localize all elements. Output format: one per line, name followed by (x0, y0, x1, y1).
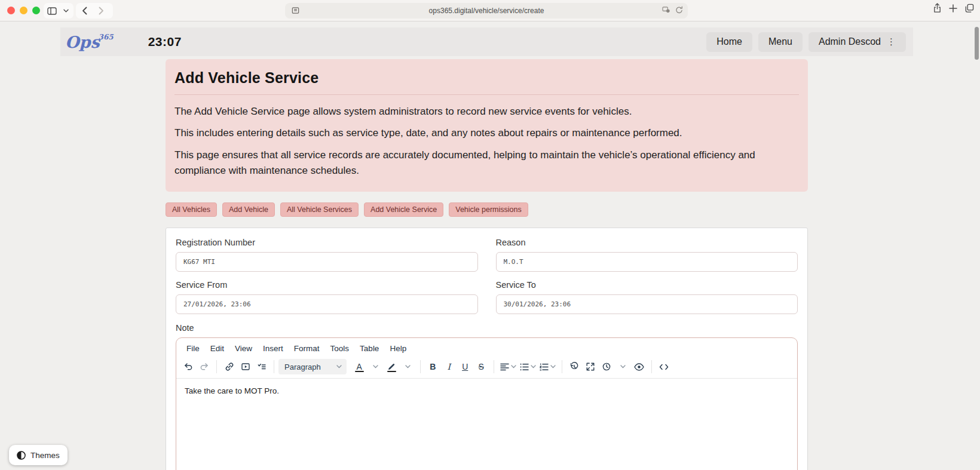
browser-toolbar: ops365.digital/vehicle/service/create (0, 0, 980, 21)
history-nav-group (76, 3, 113, 19)
chevron-down-icon[interactable] (368, 359, 384, 374)
note-text[interactable]: Take the care to MOT Pro. (185, 386, 789, 395)
source-code-icon[interactable] (656, 359, 672, 374)
site-header: Ops365 23:07 Home Menu Admin Descod ⋮ (60, 27, 913, 56)
redo-icon[interactable] (196, 359, 212, 374)
chevron-down-icon[interactable] (400, 359, 416, 374)
menu-help[interactable]: Help (384, 342, 412, 355)
service-form-card: Registration Number Reason Service From … (166, 228, 808, 470)
themes-button[interactable]: Themes (9, 445, 68, 465)
media-icon[interactable] (237, 359, 253, 374)
service-to-input[interactable] (496, 294, 798, 314)
sidebar-group (44, 3, 74, 19)
home-button[interactable]: Home (706, 32, 752, 52)
menu-edit[interactable]: Edit (205, 342, 229, 355)
reload-icon[interactable] (675, 6, 683, 14)
service-to-label: Service To (496, 280, 798, 290)
zoom-window-button[interactable] (32, 7, 40, 14)
note-editor-content[interactable]: Take the care to MOT Pro. (176, 379, 797, 403)
window-controls (7, 7, 40, 14)
underline-icon[interactable]: U (457, 359, 473, 374)
reason-input[interactable] (496, 252, 798, 272)
italic-icon[interactable]: I (441, 359, 457, 374)
note-label: Note (176, 323, 798, 333)
menu-tools[interactable]: Tools (325, 342, 355, 355)
header-clock: 23:07 (148, 35, 182, 49)
intro-divider (174, 94, 799, 95)
registration-number-field: Registration Number (176, 238, 478, 272)
sidebar-toggle-icon[interactable] (44, 3, 60, 19)
tab-add-vehicle-service[interactable]: Add Vehicle Service (364, 202, 443, 217)
share-icon[interactable] (933, 3, 942, 13)
link-icon[interactable] (221, 359, 237, 374)
tab-vehicle-permissions[interactable]: Vehicle permissions (449, 202, 528, 217)
chevron-down-icon[interactable] (60, 3, 71, 19)
site-settings-icon[interactable] (291, 6, 300, 15)
extension-badge-icon[interactable] (662, 6, 671, 14)
registration-number-input[interactable] (176, 252, 478, 272)
menu-file[interactable]: File (181, 342, 205, 355)
theme-contrast-icon (17, 451, 26, 460)
back-icon[interactable] (76, 3, 93, 19)
page-content: Add Vehicle Service The Add Vehicle Serv… (166, 59, 808, 470)
numbered-list-icon[interactable] (538, 359, 558, 374)
menu-view[interactable]: View (229, 342, 258, 355)
tab-overview-icon[interactable] (964, 4, 974, 13)
menu-button[interactable]: Menu (758, 32, 803, 52)
service-from-field: Service From (176, 280, 478, 314)
menu-format[interactable]: Format (289, 342, 325, 355)
rich-text-editor: File Edit View Insert Format Tools Table… (176, 337, 798, 470)
header-nav: Home Menu Admin Descod ⋮ (706, 32, 906, 52)
tab-add-vehicle[interactable]: Add Vehicle (222, 202, 275, 217)
service-from-label: Service From (176, 280, 478, 290)
minimize-window-button[interactable] (20, 7, 27, 14)
themes-label: Themes (30, 451, 60, 460)
text-color-icon[interactable]: A (351, 359, 368, 374)
reason-label: Reason (496, 238, 798, 247)
bold-icon[interactable]: B (425, 359, 441, 374)
checklist-icon[interactable] (253, 359, 270, 374)
new-tab-icon[interactable] (949, 4, 957, 13)
url-text[interactable]: ops365.digital/vehicle/service/create (285, 7, 688, 15)
fullscreen-icon[interactable] (583, 359, 599, 374)
bullet-list-icon[interactable] (518, 359, 538, 374)
window-scrollbar[interactable] (975, 27, 979, 60)
restore-draft-icon[interactable] (566, 359, 583, 374)
tab-all-vehicles[interactable]: All Vehicles (166, 202, 217, 217)
page-intro-panel: Add Vehicle Service The Add Vehicle Serv… (166, 59, 808, 192)
chevron-down-icon[interactable] (615, 359, 631, 374)
tab-all-vehicle-services[interactable]: All Vehicle Services (280, 202, 359, 217)
close-window-button[interactable] (7, 7, 15, 14)
chevron-down-icon (336, 365, 342, 368)
registration-number-label: Registration Number (176, 238, 478, 247)
service-to-field: Service To (496, 280, 798, 314)
highlight-color-icon[interactable] (384, 359, 400, 374)
admin-user-button[interactable]: Admin Descod ⋮ (808, 32, 906, 52)
intro-paragraph: This page ensures that all service recor… (174, 148, 799, 179)
insert-datetime-icon[interactable] (599, 359, 615, 374)
intro-paragraph: This includes entering details such as s… (174, 125, 799, 141)
service-from-input[interactable] (176, 294, 478, 314)
strikethrough-icon[interactable]: S (473, 359, 489, 374)
preview-icon[interactable] (631, 359, 647, 374)
page-title: Add Vehicle Service (174, 69, 799, 87)
menu-insert[interactable]: Insert (258, 342, 289, 355)
editor-menubar: File Edit View Insert Format Tools Table… (176, 338, 797, 357)
intro-paragraph: The Add Vehicle Service page allows syst… (174, 104, 799, 119)
editor-toolbar: Paragraph A (176, 357, 797, 379)
align-left-icon[interactable] (498, 359, 518, 374)
menu-table[interactable]: Table (354, 342, 384, 355)
reason-field: Reason (496, 238, 798, 272)
undo-icon[interactable] (180, 359, 196, 374)
forward-icon[interactable] (93, 3, 109, 19)
address-bar[interactable]: ops365.digital/vehicle/service/create (285, 3, 688, 19)
vehicle-nav-tabs: All Vehicles Add Vehicle All Vehicle Ser… (166, 202, 808, 217)
paragraph-format-select[interactable]: Paragraph (278, 359, 347, 374)
kebab-icon[interactable]: ⋮ (887, 36, 896, 47)
ops365-logo[interactable]: Ops365 (65, 34, 115, 50)
